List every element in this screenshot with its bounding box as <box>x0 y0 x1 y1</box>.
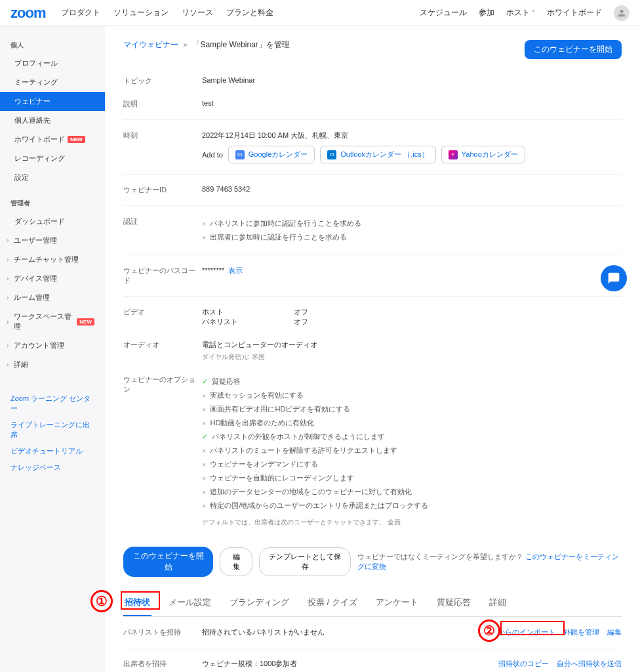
user-icon <box>616 8 627 18</box>
copy-invite-link[interactable]: 招待状のコピー <box>498 659 549 669</box>
webinar-option: ×ウェビナーを自動的にレコーディングします <box>202 471 622 485</box>
send-invite-link[interactable]: 自分へ招待状を送信 <box>557 659 622 669</box>
tab-branding[interactable]: ブランディング <box>228 590 290 616</box>
nav-solution[interactable]: ソリューション <box>113 7 169 18</box>
webinar-option: ×ウェビナーをオンデマンドにする <box>202 457 622 471</box>
nav-pricing[interactable]: プランと料金 <box>226 7 273 18</box>
label-auth: 認証 <box>123 217 202 226</box>
edit-button[interactable]: 編集 <box>220 547 252 576</box>
breadcrumb-sep: » <box>183 40 188 49</box>
sidebar-room-mgmt[interactable]: ルーム管理 <box>0 288 105 307</box>
edit-panelist-link[interactable]: 編集 <box>607 627 622 637</box>
link-knowledge-base[interactable]: ナレッジベース <box>10 463 94 472</box>
value-topic: Sample Webinar <box>202 76 622 84</box>
label-options: ウェビナーのオプション <box>123 375 202 394</box>
webinar-option: ×特定の国/地域からのユーザーのエントリを承認またはブロックする <box>202 499 622 513</box>
sidebar-contacts[interactable]: 個人連絡先 <box>0 111 105 130</box>
start-webinar-button[interactable]: このウェビナーを開始 <box>525 40 622 59</box>
yahoo-calendar-button[interactable]: YYahooカレンダー <box>441 146 525 163</box>
google-calendar-icon: 31 <box>235 150 245 159</box>
chat-icon <box>607 272 620 285</box>
webinar-option: ✓質疑応答 <box>202 375 622 388</box>
link-learning-center[interactable]: Zoom ラーニング センター <box>10 394 94 413</box>
x-icon: × <box>202 447 206 455</box>
content: マイウェビナー » 「Sample Webinar」を管理 このウェビナーを開始… <box>105 26 640 672</box>
value-desc: test <box>202 99 622 107</box>
label-topic: トピック <box>123 76 202 86</box>
tab-survey[interactable]: アンケート <box>374 590 420 616</box>
value-invite-panelist: 招待されているパネリストがいません <box>202 627 483 637</box>
label-invite-panelist: パネリストを招待 <box>123 627 202 637</box>
webinar-option: ×画面共有ビデオ用にHDビデオを有効にする <box>202 402 622 416</box>
avatar[interactable] <box>614 5 630 21</box>
outlook-calendar-icon: O <box>327 150 336 159</box>
nav-product[interactable]: プロダクト <box>61 7 100 18</box>
sidebar-more[interactable]: 詳細 <box>0 355 105 374</box>
label-invite-attendee: 出席者を招待 <box>123 659 202 672</box>
nav-whiteboard[interactable]: ホワイトボード <box>547 7 602 18</box>
sidebar-settings[interactable]: 設定 <box>0 168 105 187</box>
check-icon: ✓ <box>202 432 208 441</box>
outlook-calendar-button[interactable]: OOutlookカレンダー （.ics） <box>320 146 435 163</box>
header: zoom プロダクト ソリューション リソース プランと料金 スケジュール 参加… <box>0 0 640 26</box>
start-webinar-button-2[interactable]: このウェビナーを開始 <box>123 547 213 577</box>
nav-schedule[interactable]: スケジュール <box>420 7 467 18</box>
breadcrumb-current: 「Sample Webinar」を管理 <box>192 40 290 49</box>
sidebar-heading-personal: 個人 <box>0 37 105 54</box>
sidebar-recording[interactable]: レコーディング <box>0 149 105 168</box>
show-passcode-link[interactable]: 表示 <box>228 266 243 274</box>
badge-new: NEW <box>77 318 94 326</box>
value-panelist: オフ <box>294 317 308 327</box>
sidebar-heading-admin: 管理者 <box>0 195 105 212</box>
webinar-option: ×実践セッションを有効にする <box>202 388 622 402</box>
label-panelist: パネリスト <box>202 317 294 327</box>
label-video: ビデオ <box>123 307 202 317</box>
sidebar-device-mgmt[interactable]: デバイス管理 <box>0 269 105 288</box>
audio-subnote: ダイヤル発信元: 米国 <box>202 352 622 362</box>
x-icon: × <box>202 234 206 242</box>
sidebar-account-mgmt[interactable]: アカウント管理 <box>0 336 105 355</box>
label-desc: 説明 <box>123 99 202 109</box>
value-audio: 電話とコンピューターのオーディオ <box>202 340 622 350</box>
sidebar-whiteboard[interactable]: ホワイトボード NEW <box>0 130 105 149</box>
nav-host[interactable]: ホスト <box>506 7 535 18</box>
label-id: ウェビナーID <box>123 185 202 195</box>
chat-fab[interactable] <box>601 265 627 291</box>
main-nav: プロダクト ソリューション リソース プランと料金 <box>61 7 420 18</box>
sidebar-links: Zoom ラーニング センター ライブトレーニングに出席 ビデオチュートリアル … <box>0 394 105 472</box>
options-footer: デフォルトでは、出席者は次のユーザーとチャットできます。 全員 <box>202 518 622 527</box>
label-passcode: ウェビナーのパスコード <box>123 266 202 285</box>
sidebar-teamchat-mgmt[interactable]: チームチャット管理 <box>0 250 105 269</box>
tab-poll[interactable]: 投票 / クイズ <box>306 590 359 616</box>
webinar-option: ✓パネリストの外観をホストが制御できるようにします <box>202 430 622 444</box>
tab-email[interactable]: メール設定 <box>167 590 212 616</box>
sidebar-webinar[interactable]: ウェビナー <box>0 92 105 111</box>
link-video-tutorial[interactable]: ビデオチュートリアル <box>10 446 94 456</box>
link-live-training[interactable]: ライブトレーニングに出席 <box>10 420 94 440</box>
csv-import-link[interactable]: CSVからのインポート <box>483 627 555 637</box>
value-passcode: ******** <box>202 266 224 274</box>
tab-detail[interactable]: 詳細 <box>488 590 508 616</box>
manage-appearance-link[interactable]: 外観を管理 <box>563 627 599 637</box>
label-host: ホスト <box>202 307 294 317</box>
auth-opt-1: パネリストに参加時に認証を行うことを求める <box>210 219 361 228</box>
google-calendar-button[interactable]: 31Googleカレンダー <box>228 146 315 163</box>
sidebar-meeting[interactable]: ミーティング <box>0 73 105 92</box>
convert-text: ウェビナーではなくミーティングを希望しますか？ <box>357 553 523 560</box>
sidebar-dashboard[interactable]: ダッシュボード <box>0 212 105 231</box>
breadcrumb-root[interactable]: マイウェビナー <box>123 40 178 49</box>
sidebar-profile[interactable]: プロフィール <box>0 54 105 73</box>
value-host: オフ <box>294 307 308 317</box>
x-icon: × <box>202 406 206 413</box>
logo[interactable]: zoom <box>10 5 45 22</box>
tab-qa[interactable]: 質疑応答 <box>435 590 472 616</box>
nav-join[interactable]: 参加 <box>479 7 494 18</box>
x-icon: × <box>202 392 206 400</box>
tab-invitation[interactable]: 招待状 <box>123 590 151 616</box>
nav-resource[interactable]: リソース <box>182 7 213 18</box>
sidebar-workspace-mgmt[interactable]: ワークスペース管理 NEW <box>0 307 105 336</box>
webinar-option: ×パネリストのミュートを解除する許可をリクエストします <box>202 444 622 457</box>
save-template-button[interactable]: テンプレートとして保存 <box>259 547 351 576</box>
sidebar-user-mgmt[interactable]: ユーザー管理 <box>0 231 105 250</box>
auth-opt-2: 出席者に参加時に認証を行うことを求める <box>210 232 347 242</box>
